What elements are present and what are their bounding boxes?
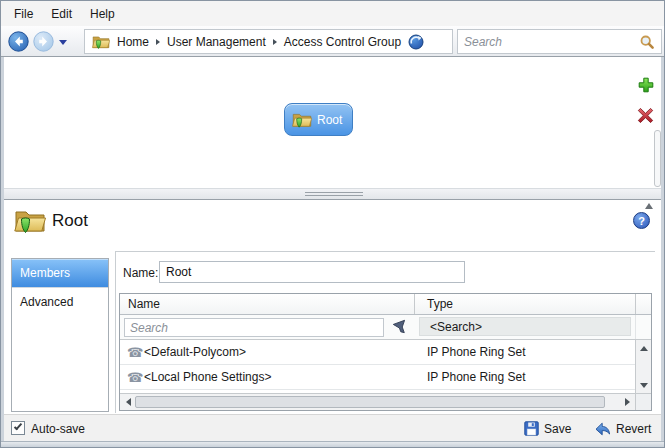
group-tree-panel: Root — [4, 57, 663, 188]
name-input[interactable] — [159, 261, 465, 283]
column-header-name[interactable]: Name — [120, 294, 414, 314]
plus-icon — [638, 77, 654, 93]
scroll-up-icon[interactable] — [636, 342, 651, 354]
menu-edit[interactable]: Edit — [42, 3, 81, 25]
tree-node-root[interactable]: Root — [284, 103, 353, 136]
row-name: <Default-Polycom> — [144, 345, 414, 359]
breadcrumb-separator-icon — [273, 39, 277, 45]
table-filter-row: <Search> — [120, 315, 651, 340]
delete-x-icon — [637, 107, 654, 124]
phone-icon: ☎ — [126, 345, 144, 360]
detail-panel: Root ? Members Advanced Name: Name Type — [4, 200, 663, 414]
splitter-grip — [305, 195, 363, 196]
table-horizontal-scrollbar[interactable] — [120, 393, 635, 410]
help-icon[interactable]: ? — [633, 212, 650, 229]
members-table: Name Type <Search> ☎ <Def — [119, 293, 652, 411]
folder-shield-icon — [292, 111, 312, 129]
checkmark-icon — [14, 422, 22, 431]
revert-label: Revert — [616, 422, 651, 436]
table-row[interactable]: ☎ <Default-Polycom> IP Phone Ring Set — [120, 340, 635, 365]
table-vertical-scrollbar[interactable] — [635, 340, 651, 393]
scroll-up-icon[interactable] — [645, 203, 653, 209]
tree-scrollbar-thumb[interactable] — [654, 130, 661, 187]
filter-icon[interactable] — [390, 317, 411, 338]
detail-tabs: Members Advanced — [11, 258, 109, 412]
back-button[interactable] — [8, 31, 29, 55]
scroll-down-icon[interactable] — [636, 379, 651, 391]
column-header-spacer — [635, 294, 651, 314]
toolbar-search-input[interactable] — [458, 35, 639, 49]
window-frame-bottom — [1, 441, 664, 448]
search-magnifier-icon[interactable] — [639, 34, 661, 50]
help-glyph: ? — [638, 215, 645, 227]
forward-button[interactable] — [33, 31, 54, 55]
revert-arrow-icon — [594, 421, 611, 436]
delete-group-button[interactable] — [637, 107, 654, 127]
breadcrumb: Home User Management Access Control Grou… — [84, 29, 453, 54]
splitter-grip — [305, 192, 363, 193]
window-frame-left — [1, 57, 4, 441]
toolbar-search — [457, 29, 662, 54]
autosave-checkbox[interactable] — [11, 421, 25, 435]
filter-row-spacer — [635, 315, 651, 339]
window-frame-right — [661, 57, 664, 441]
save-button[interactable]: Save — [524, 415, 571, 442]
page-title: Root — [52, 211, 88, 231]
row-name: <Local Phone Settings> — [144, 370, 414, 384]
table-search-input[interactable] — [124, 318, 384, 337]
horizontal-scrollbar-thumb[interactable] — [135, 396, 605, 408]
name-field-label: Name: — [123, 266, 158, 280]
menu-file[interactable]: File — [5, 3, 42, 25]
scroll-right-icon[interactable] — [621, 396, 633, 408]
autosave-label: Auto-save — [31, 422, 85, 436]
status-bar: Auto-save Save Revert — [4, 414, 663, 441]
history-dropdown-icon[interactable] — [59, 40, 67, 45]
toolbar: Home User Management Access Control Grou… — [1, 26, 664, 57]
tree-node-label: Root — [317, 113, 342, 127]
add-group-button[interactable] — [638, 77, 654, 96]
menu-bar: File Edit Help — [1, 1, 664, 26]
save-floppy-icon — [524, 421, 539, 436]
revert-button[interactable]: Revert — [594, 415, 651, 442]
scrollbar-corner — [635, 393, 651, 410]
forward-arrow-icon — [33, 31, 54, 52]
row-type: IP Phone Ring Set — [414, 370, 526, 384]
folder-shield-icon — [92, 34, 110, 50]
folder-shield-icon — [14, 207, 46, 235]
phone-icon: ☎ — [126, 370, 144, 385]
tab-members[interactable]: Members — [12, 259, 108, 288]
breadcrumb-home[interactable]: Home — [117, 35, 149, 49]
scroll-left-icon[interactable] — [122, 396, 134, 408]
table-row[interactable]: ☎ <Local Phone Settings> IP Phone Ring S… — [120, 365, 635, 390]
type-filter-dropdown[interactable]: <Search> — [419, 317, 631, 336]
breadcrumb-user-management[interactable]: User Management — [167, 35, 266, 49]
menu-help[interactable]: Help — [81, 3, 124, 25]
column-header-type[interactable]: Type — [414, 294, 635, 314]
breadcrumb-separator-icon — [156, 39, 160, 45]
row-type: IP Phone Ring Set — [414, 345, 526, 359]
tab-advanced[interactable]: Advanced — [12, 288, 108, 317]
breadcrumb-access-control-group[interactable]: Access Control Group — [284, 35, 401, 49]
app-window: File Edit Help Home User Management Acce… — [0, 0, 665, 448]
back-arrow-icon — [8, 31, 29, 52]
table-header-row: Name Type — [120, 294, 651, 315]
save-label: Save — [544, 422, 571, 436]
table-body: ☎ <Default-Polycom> IP Phone Ring Set ☎ … — [120, 340, 635, 393]
splitter-handle[interactable] — [4, 188, 663, 200]
globe-refresh-icon — [408, 34, 424, 50]
